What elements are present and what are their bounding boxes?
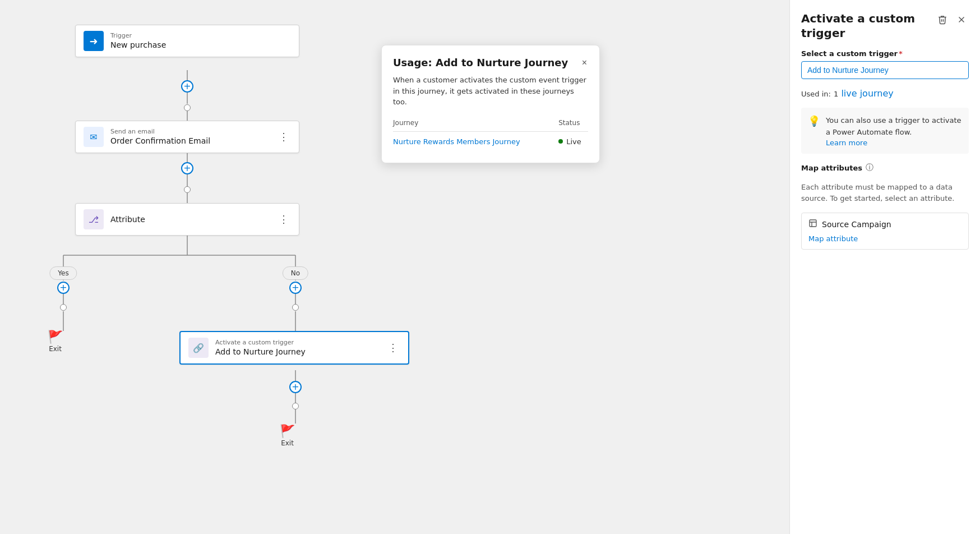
trigger-input[interactable] (801, 61, 969, 79)
send-email-menu-btn[interactable]: ⋮ (276, 130, 291, 144)
learn-more-link[interactable]: Learn more (826, 139, 962, 147)
usage-table: Journey Status Nurture Rewards Members J… (393, 117, 588, 151)
usage-popup-close-btn[interactable]: × (581, 57, 588, 69)
connector-3 (292, 403, 299, 409)
map-attributes-label: Map attributes (801, 164, 862, 172)
exit-no-node: 🚩 Exit (280, 424, 295, 447)
attribute-card-icon (808, 219, 817, 229)
connector-no (292, 304, 299, 311)
send-email-title: Order Confirmation Email (110, 136, 210, 146)
exit-no-flag: 🚩 (280, 424, 295, 438)
trigger-label-text: Select a custom trigger (801, 49, 898, 58)
info-icon: 💡 (808, 115, 820, 127)
connector-1 (184, 104, 191, 111)
attribute-title: Attribute (110, 214, 145, 224)
usage-popup-description: When a customer activates the custom eve… (393, 75, 588, 108)
plus-btn-3[interactable]: + (289, 381, 302, 393)
yes-branch: Yes (49, 266, 77, 280)
attribute-card: Source Campaign Map attribute (801, 213, 969, 250)
attribute-icon: ⎇ (84, 209, 104, 229)
trigger-text: Trigger New purchase (110, 32, 166, 49)
right-panel: Activate a custom trigger Select a custo… (789, 0, 980, 534)
info-text: You can also use a trigger to activate a… (826, 116, 961, 136)
used-in-section: Used in: 1 live journey (801, 88, 969, 99)
panel-actions (935, 12, 969, 27)
map-attributes-description: Each attribute must be mapped to a data … (801, 182, 969, 204)
usage-popup-header: Usage: Add to Nurture Journey × (393, 57, 588, 69)
plus-btn-1[interactable]: + (181, 80, 193, 93)
activate-trigger-title: Add to Nurture Journey (215, 347, 306, 357)
no-branch: No (283, 266, 308, 280)
used-in-count: 1 (834, 90, 838, 98)
connector-2 (184, 186, 191, 193)
map-attributes-info-icon[interactable]: ⓘ (866, 163, 873, 173)
usage-popup-title: Usage: Add to Nurture Journey (393, 57, 581, 68)
trigger-node[interactable]: ➜ Trigger New purchase (75, 25, 299, 57)
plus-btn-2[interactable]: + (181, 162, 193, 174)
info-box: 💡 You can also use a trigger to activate… (801, 108, 969, 154)
attribute-text: Attribute (110, 214, 145, 224)
attribute-menu-btn[interactable]: ⋮ (276, 212, 291, 227)
plus-btn-no[interactable]: + (289, 282, 302, 294)
journey-column-header: Journey (393, 117, 558, 132)
exit-yes-flag: 🚩 (48, 330, 63, 344)
attribute-name: Source Campaign (822, 220, 891, 229)
panel-header: Activate a custom trigger (801, 11, 969, 40)
plus-btn-yes[interactable]: + (57, 282, 70, 294)
attribute-card-header: Source Campaign (808, 219, 961, 229)
trigger-label: Trigger (110, 32, 166, 39)
journey-canvas: ➜ Trigger New purchase + ✉ Send an email… (0, 0, 789, 534)
activate-trigger-node[interactable]: 🔗 Activate a custom trigger Add to Nurtu… (179, 331, 409, 365)
delete-btn[interactable] (935, 12, 950, 27)
map-attributes-header: Map attributes ⓘ (801, 163, 969, 173)
connector-yes (60, 304, 67, 311)
svg-rect-20 (810, 220, 816, 227)
panel-title: Activate a custom trigger (801, 11, 935, 40)
attribute-node[interactable]: ⎇ Attribute ⋮ (75, 203, 299, 236)
trigger-section-label: Select a custom trigger* (801, 49, 969, 58)
send-email-node[interactable]: ✉ Send an email Order Confirmation Email… (75, 121, 299, 153)
journey-link[interactable]: Nurture Rewards Members Journey (393, 137, 520, 146)
usage-popup: Usage: Add to Nurture Journey × When a c… (381, 45, 600, 163)
live-journey-link[interactable]: live journey (841, 88, 893, 99)
activate-trigger-text: Activate a custom trigger Add to Nurture… (215, 339, 306, 356)
custom-trigger-icon: 🔗 (188, 338, 209, 358)
activate-trigger-menu-btn[interactable]: ⋮ (386, 340, 400, 355)
close-panel-btn[interactable] (954, 12, 969, 27)
required-star: * (899, 49, 903, 58)
exit-yes-label: Exit (49, 345, 62, 353)
activate-trigger-label: Activate a custom trigger (215, 339, 306, 346)
exit-no-label: Exit (281, 439, 294, 447)
status-column-header: Status (558, 117, 588, 132)
info-content: You can also use a trigger to activate a… (826, 114, 962, 147)
trigger-title: New purchase (110, 40, 166, 50)
map-attribute-link[interactable]: Map attribute (808, 234, 858, 243)
status-dot (558, 139, 563, 144)
email-icon: ✉ (84, 127, 104, 147)
exit-yes-node: 🚩 Exit (48, 330, 63, 353)
used-in-prefix: Used in: (801, 90, 831, 98)
trigger-section: Select a custom trigger* (801, 49, 969, 79)
usage-table-row: Nurture Rewards Members Journey Live (393, 131, 588, 151)
trigger-icon: ➜ (84, 31, 104, 51)
status-text: Live (566, 137, 581, 146)
send-email-label: Send an email (110, 128, 210, 135)
status-live: Live (558, 137, 588, 146)
send-email-text: Send an email Order Confirmation Email (110, 128, 210, 145)
